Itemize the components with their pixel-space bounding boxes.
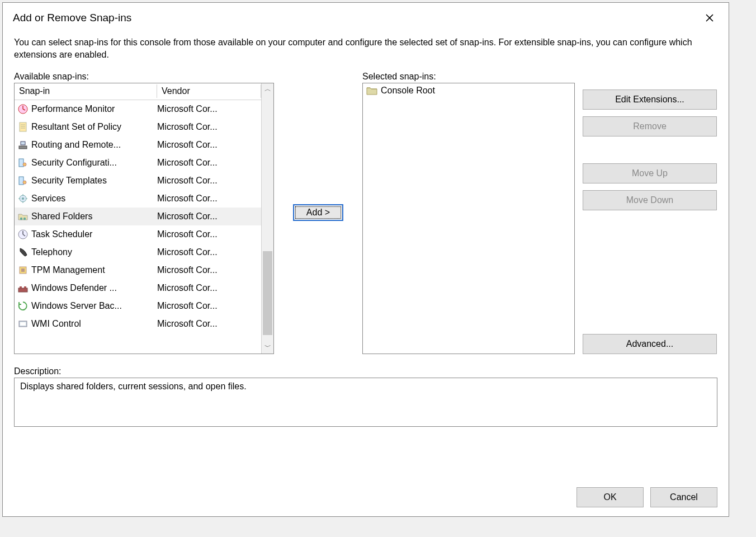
item-vendor: Microsoft Cor... bbox=[157, 229, 261, 239]
services-icon bbox=[17, 192, 29, 205]
item-name: TPM Management bbox=[31, 265, 157, 275]
available-item[interactable]: Windows Defender ...Microsoft Cor... bbox=[15, 279, 261, 297]
add-button[interactable]: Add > bbox=[293, 204, 343, 221]
svg-rect-14 bbox=[20, 286, 22, 288]
item-vendor: Microsoft Cor... bbox=[157, 247, 261, 257]
wmi-icon bbox=[17, 318, 29, 330]
add-remove-snapins-dialog: Add or Remove Snap-ins You can select sn… bbox=[2, 2, 729, 517]
tasksch-icon bbox=[17, 228, 29, 241]
cancel-button[interactable]: Cancel bbox=[650, 487, 717, 507]
close-icon bbox=[705, 13, 714, 22]
item-vendor: Microsoft Cor... bbox=[157, 265, 261, 275]
item-vendor: Microsoft Cor... bbox=[157, 140, 261, 150]
item-name: Shared Folders bbox=[31, 211, 157, 222]
move-up-button[interactable]: Move Up bbox=[583, 163, 717, 183]
item-name: Task Scheduler bbox=[31, 229, 157, 239]
svg-rect-13 bbox=[18, 288, 27, 292]
available-item[interactable]: Resultant Set of PolicyMicrosoft Cor... bbox=[15, 118, 261, 136]
console-root-label: Console Root bbox=[381, 86, 435, 96]
item-name: Services bbox=[31, 194, 157, 204]
perfmon-icon bbox=[17, 103, 29, 115]
item-vendor: Microsoft Cor... bbox=[157, 104, 261, 114]
panels-grid: Available snap-ins: Snap-in Vendor Perfo… bbox=[14, 72, 717, 354]
titlebar: Add or Remove Snap-ins bbox=[3, 3, 729, 29]
svg-rect-17 bbox=[20, 322, 26, 326]
svg-point-8 bbox=[20, 218, 22, 220]
item-name: Resultant Set of Policy bbox=[31, 122, 157, 132]
svg-rect-15 bbox=[24, 286, 26, 288]
item-name: Windows Defender ... bbox=[31, 283, 157, 293]
item-name: Security Configurati... bbox=[31, 158, 157, 168]
available-item[interactable]: Task SchedulerMicrosoft Cor... bbox=[15, 225, 261, 243]
available-item[interactable]: WMI ControlMicrosoft Cor... bbox=[15, 315, 261, 333]
sectmpl-icon bbox=[17, 175, 29, 187]
available-listbox[interactable]: Snap-in Vendor Performance MonitorMicros… bbox=[14, 83, 274, 354]
available-item[interactable]: TPM ManagementMicrosoft Cor... bbox=[15, 261, 261, 279]
item-vendor: Microsoft Cor... bbox=[157, 319, 261, 329]
selected-listbox[interactable]: Console Root bbox=[362, 83, 575, 354]
backup-icon bbox=[17, 300, 29, 312]
item-vendor: Microsoft Cor... bbox=[157, 301, 261, 311]
description-text: Displays shared folders, current session… bbox=[20, 381, 247, 391]
description-box: Displays shared folders, current session… bbox=[14, 378, 717, 427]
item-vendor: Microsoft Cor... bbox=[157, 176, 261, 186]
folder-icon bbox=[366, 86, 377, 96]
available-item[interactable]: Routing and Remote...Microsoft Cor... bbox=[15, 136, 261, 154]
item-vendor: Microsoft Cor... bbox=[157, 158, 261, 168]
shared-icon bbox=[17, 210, 29, 223]
advanced-button[interactable]: Advanced... bbox=[583, 334, 717, 354]
available-panel: Available snap-ins: Snap-in Vendor Perfo… bbox=[14, 72, 274, 354]
available-header: Snap-in Vendor bbox=[15, 83, 261, 100]
col-snapin[interactable]: Snap-in bbox=[15, 84, 157, 98]
dialog-footer: OK Cancel bbox=[3, 475, 729, 516]
item-name: Telephony bbox=[31, 247, 157, 257]
seccfg-icon bbox=[17, 157, 29, 169]
item-name: Performance Monitor bbox=[31, 104, 157, 114]
col-vendor[interactable]: Vendor bbox=[157, 84, 261, 98]
tpm-icon bbox=[17, 264, 29, 276]
item-name: WMI Control bbox=[31, 319, 157, 329]
available-item[interactable]: Security Configurati...Microsoft Cor... bbox=[15, 154, 261, 172]
scroll-up-icon[interactable]: ︿ bbox=[262, 83, 273, 96]
available-item[interactable]: Shared FoldersMicrosoft Cor... bbox=[15, 208, 261, 225]
move-down-button[interactable]: Move Down bbox=[583, 190, 717, 210]
defender-icon bbox=[17, 282, 29, 294]
item-vendor: Microsoft Cor... bbox=[157, 283, 261, 293]
item-vendor: Microsoft Cor... bbox=[157, 122, 261, 132]
description-label: Description: bbox=[14, 366, 717, 376]
item-name: Routing and Remote... bbox=[31, 140, 157, 150]
dialog-title: Add or Remove Snap-ins bbox=[13, 12, 131, 24]
console-root-item[interactable]: Console Root bbox=[366, 86, 571, 96]
available-item[interactable]: Security TemplatesMicrosoft Cor... bbox=[15, 172, 261, 190]
remove-button[interactable]: Remove bbox=[583, 116, 717, 136]
intro-text: You can select snap-ins for this console… bbox=[14, 36, 717, 62]
available-item[interactable]: TelephonyMicrosoft Cor... bbox=[15, 243, 261, 261]
svg-rect-5 bbox=[19, 177, 23, 185]
available-item[interactable]: Performance MonitorMicrosoft Cor... bbox=[15, 100, 261, 118]
scroll-down-icon[interactable]: ﹀ bbox=[262, 341, 273, 354]
available-item[interactable]: ServicesMicrosoft Cor... bbox=[15, 190, 261, 208]
svg-rect-4 bbox=[19, 159, 23, 167]
scroll-thumb[interactable] bbox=[263, 251, 272, 335]
available-label: Available snap-ins: bbox=[14, 72, 274, 82]
rsop-icon bbox=[17, 121, 29, 133]
svg-rect-3 bbox=[21, 142, 25, 145]
svg-rect-2 bbox=[19, 146, 27, 149]
item-name: Windows Server Bac... bbox=[31, 301, 157, 311]
routing-icon bbox=[17, 139, 29, 151]
svg-rect-1 bbox=[20, 123, 26, 131]
dialog-content: You can select snap-ins for this console… bbox=[3, 29, 729, 475]
svg-point-7 bbox=[22, 197, 24, 200]
ok-button[interactable]: OK bbox=[577, 487, 644, 507]
item-vendor: Microsoft Cor... bbox=[157, 194, 261, 204]
edit-extensions-button[interactable]: Edit Extensions... bbox=[583, 90, 717, 110]
item-vendor: Microsoft Cor... bbox=[157, 211, 261, 222]
right-buttons: . Edit Extensions... Remove Move Up Move… bbox=[577, 72, 717, 354]
close-button[interactable] bbox=[697, 9, 722, 27]
item-name: Security Templates bbox=[31, 176, 157, 186]
available-scrollbar[interactable]: ︿ ﹀ bbox=[261, 83, 273, 354]
middle-column: Add > bbox=[276, 72, 360, 354]
available-item[interactable]: Windows Server Bac...Microsoft Cor... bbox=[15, 297, 261, 315]
svg-rect-12 bbox=[21, 268, 25, 272]
svg-point-9 bbox=[23, 218, 26, 220]
